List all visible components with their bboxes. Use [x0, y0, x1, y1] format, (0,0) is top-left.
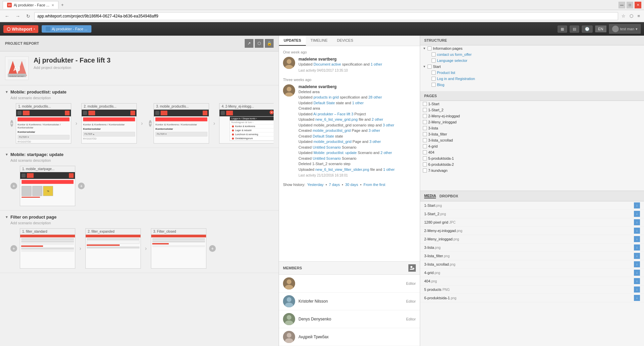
link-mobile-productlist-update[interactable]: Mobile: productlist: update: [314, 151, 357, 155]
tree-check-lang[interactable]: [432, 59, 436, 63]
link-28-other[interactable]: 28 other: [368, 95, 382, 99]
page-check-9[interactable]: [423, 150, 427, 154]
active-tab[interactable]: W Aj produkter - Face ... ✕: [3, 1, 58, 9]
link-default-state-2[interactable]: Default State: [313, 134, 334, 138]
tab-timeline[interactable]: TIMELINE: [306, 36, 332, 46]
screen-card-4[interactable]: 4. 2-Meny_ej-inlogg... Logga in / Skapa …: [219, 103, 274, 144]
tree-label-contact[interactable]: contact us form_offer: [437, 52, 472, 56]
link-aj-project[interactable]: Ai produkter – Face lift 3: [313, 112, 353, 116]
media-download-404[interactable]: ↓: [634, 278, 640, 284]
link-products-in-grid[interactable]: products in grid: [314, 95, 339, 99]
screen-card-2[interactable]: 2. mobile_productlis... Kontor & Konfere…: [81, 103, 137, 144]
tree-label-productlist[interactable]: Product list: [437, 71, 455, 75]
tree-check-start[interactable]: [428, 65, 432, 69]
view-toggle-1[interactable]: ▦: [558, 26, 567, 33]
tab-updates[interactable]: UPDATES: [279, 36, 306, 46]
scenario-1-collapse[interactable]: ▼: [5, 90, 8, 94]
page-check-7[interactable]: [423, 138, 427, 142]
view-toggle-2[interactable]: ▤: [570, 26, 579, 33]
tree-check-pl[interactable]: [432, 71, 436, 75]
menu-button[interactable]: ≡: [636, 13, 641, 19]
media-tab-media[interactable]: MEDIA: [424, 194, 436, 198]
link-1-other-filter[interactable]: 1 other: [383, 167, 395, 171]
tree-label-lang[interactable]: Language selector: [437, 59, 468, 63]
page-check-10[interactable]: [423, 156, 427, 160]
page-check-4[interactable]: [423, 120, 427, 124]
page-3-lista[interactable]: 3-lista: [420, 125, 644, 131]
page-check-2[interactable]: [423, 108, 427, 112]
link-3-other-3[interactable]: 3 other: [369, 140, 381, 144]
tree-item-productlist[interactable]: Product list: [420, 70, 644, 76]
tree-check-blog[interactable]: [432, 83, 436, 87]
media-download-3-lista-filter[interactable]: ↓: [634, 253, 640, 259]
page-check-6[interactable]: [423, 132, 427, 136]
page-4-grid[interactable]: 4-grid: [420, 143, 644, 149]
media-download-1-start[interactable]: ↓: [634, 202, 640, 208]
filter-card-1[interactable]: 1. filter_standard: [20, 228, 75, 269]
screen-card-1[interactable]: 1. mobile_productlis... Kontor & Konfere…: [16, 103, 71, 144]
project-description[interactable]: Add project description: [34, 66, 111, 70]
scenario-2-collapse[interactable]: ▼: [5, 153, 8, 156]
page-check-1[interactable]: [423, 102, 427, 106]
lock-button[interactable]: 🔒: [265, 39, 274, 48]
add-screen-before-1[interactable]: +: [10, 120, 13, 127]
new-tab-button[interactable]: +: [58, 1, 67, 9]
clock-button[interactable]: 🕐: [582, 26, 593, 33]
history-yesterday[interactable]: Yesterday: [307, 183, 324, 187]
tree-label-blog[interactable]: Blog: [437, 83, 444, 87]
add-screen-startpage-after[interactable]: +: [78, 183, 85, 189]
project-tab[interactable]: Aj produkter - Face ...: [42, 25, 91, 33]
user-menu[interactable]: test man ▾: [609, 24, 641, 34]
page-5-prod-1[interactable]: 5-produktsida-1: [420, 155, 644, 161]
media-download-5-products[interactable]: ↓: [634, 286, 640, 293]
page-check-11[interactable]: [423, 162, 427, 166]
share-button[interactable]: ↗: [245, 39, 253, 48]
scenario-3-collapse[interactable]: ▼: [5, 215, 8, 219]
back-button[interactable]: ←: [3, 13, 11, 20]
tree-check-contact[interactable]: [432, 52, 436, 56]
tree-toggle-start[interactable]: ▼ Start: [420, 64, 644, 70]
media-download-1280[interactable]: ↓: [634, 219, 640, 225]
add-screen-2[interactable]: +: [149, 120, 152, 127]
page-check-5[interactable]: [423, 126, 427, 130]
scenario-2-desc[interactable]: Add scenario description: [10, 158, 274, 162]
media-download-2-meny-ej[interactable]: ↓: [634, 228, 640, 234]
page-6-prod-2[interactable]: 6-produktsida-2: [420, 161, 644, 167]
tab-devices[interactable]: DEVICES: [332, 36, 358, 46]
tree-check-info[interactable]: [428, 46, 432, 50]
tree-toggle-info[interactable]: ▼ Information pages: [420, 45, 644, 51]
close-button[interactable]: ✕: [635, 2, 641, 8]
tree-item-login[interactable]: Log in and Registration: [420, 76, 644, 82]
update-link-doc-active[interactable]: Document active: [314, 62, 341, 66]
history-7days[interactable]: 7 days: [329, 183, 340, 187]
link-mobile-productlist-grid[interactable]: mobile_productlist_grid: [313, 128, 351, 132]
link-2-other[interactable]: 2 other: [372, 117, 383, 121]
link-1-other-2[interactable]: 1 other: [352, 101, 364, 105]
maximize-button[interactable]: □: [627, 2, 633, 8]
update-link-1-other[interactable]: 1 other: [371, 62, 382, 66]
page-2-meny-in[interactable]: 2-Meny_inloggad: [420, 119, 644, 125]
page-check-8[interactable]: [423, 144, 427, 148]
media-tab-dropbox[interactable]: DROPBOX: [439, 194, 458, 198]
link-mobile-productlist-grid-2[interactable]: mobile_productlist_grid: [314, 140, 352, 144]
page-3-lista-filter[interactable]: 3-lista_filter: [420, 131, 644, 137]
link-untitled-scenario-1[interactable]: Untitled Scenario: [313, 145, 341, 149]
language-button[interactable]: EN: [595, 26, 606, 32]
tree-item-lang[interactable]: Language selector: [420, 57, 644, 64]
export-button[interactable]: ⬡: [255, 39, 264, 48]
scenario-1-desc[interactable]: Add scenario description: [10, 96, 274, 100]
refresh-button[interactable]: ↻: [24, 13, 32, 20]
scenario-3-desc[interactable]: Add scenario description: [10, 221, 274, 225]
filter-card-3[interactable]: 3. Filter_closed: [151, 228, 206, 269]
link-new-filter-slider[interactable]: new_6_list_view_filter_slider.png: [315, 167, 369, 171]
page-3-lista-scroll[interactable]: 3-lista_scrollad: [420, 137, 644, 143]
tree-item-blog[interactable]: Blog: [420, 82, 644, 88]
page-7-kundvagn[interactable]: 7-kundvagn: [420, 167, 644, 174]
filter-card-2[interactable]: 2. filter_expanded: [85, 228, 141, 269]
bookmark-button[interactable]: ☆: [620, 13, 627, 19]
link-2-other-2[interactable]: 2 other: [380, 151, 392, 155]
add-screen-startpage-before[interactable]: +: [10, 183, 17, 189]
add-screen-filter-after[interactable]: +: [209, 245, 216, 252]
page-check-3[interactable]: [423, 114, 427, 118]
app-logo[interactable]: ⬡ Whiteport +: [3, 25, 38, 33]
